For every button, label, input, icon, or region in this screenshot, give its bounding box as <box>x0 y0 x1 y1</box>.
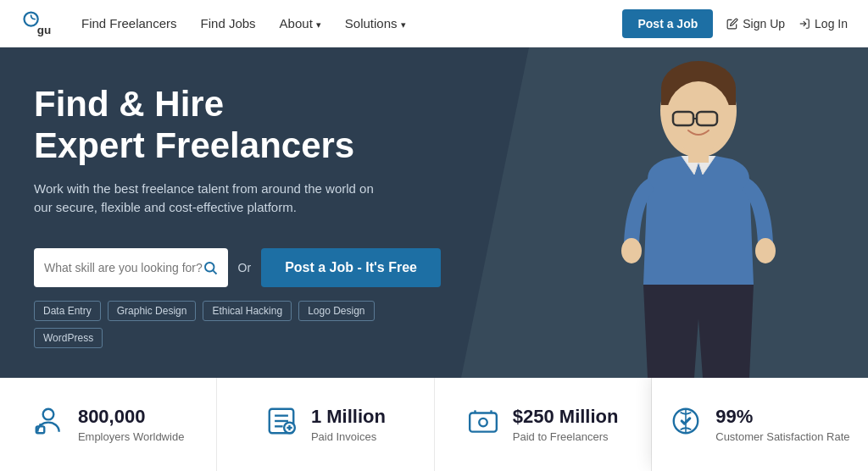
nav-links: Find Freelancers Find Jobs About Solutio… <box>81 16 622 30</box>
hero-title: Find & Hire Expert Freelancers <box>34 84 441 166</box>
money-icon <box>467 405 499 445</box>
freelancers-number: $250 Million <box>513 406 619 428</box>
svg-text:guru: guru <box>37 23 51 36</box>
employers-text: 800,000 Employers Worldwide <box>78 406 184 442</box>
post-job-hero-button[interactable]: Post a Job - It's Free <box>261 248 441 287</box>
satisfaction-icon <box>670 405 702 445</box>
hero-image-area <box>461 47 868 378</box>
freelancers-label: Paid to Freelancers <box>513 430 619 443</box>
search-button[interactable] <box>203 260 218 275</box>
satisfaction-label: Customer Satisfaction Rate <box>715 430 849 443</box>
invoices-number: 1 Million <box>311 406 386 428</box>
search-tag[interactable]: WordPress <box>34 328 103 348</box>
hero-section: Find & Hire Expert Freelancers Work with… <box>0 47 868 378</box>
satisfaction-number: 99% <box>715 406 849 428</box>
nav-about[interactable]: About <box>280 16 321 30</box>
sign-up-button[interactable]: Sign Up <box>726 17 785 30</box>
search-row: Or Post a Job - It's Free <box>34 248 441 287</box>
svg-point-14 <box>205 263 214 272</box>
stat-freelancers: $250 Million Paid to Freelancers <box>435 378 652 471</box>
navbar-actions: Post a Job Sign Up Log In <box>622 9 848 38</box>
search-tag[interactable]: Ethical Hacking <box>203 301 292 321</box>
solutions-chevron-icon <box>401 16 406 30</box>
svg-point-13 <box>755 238 776 263</box>
log-in-icon <box>798 18 810 30</box>
search-box <box>34 248 228 287</box>
nav-find-jobs[interactable]: Find Jobs <box>201 16 256 30</box>
search-tag[interactable]: Graphic Design <box>108 301 197 321</box>
svg-rect-11 <box>688 147 709 163</box>
search-tag[interactable]: Data Entry <box>34 301 101 321</box>
svg-point-16 <box>43 408 54 419</box>
stat-invoices: 1 Million Paid Invoices <box>217 378 434 471</box>
stat-employers: 800,000 Employers Worldwide <box>0 378 217 471</box>
invoices-label: Paid Invoices <box>311 430 386 443</box>
tags-row: Data EntryGraphic DesignEthical HackingL… <box>34 301 441 348</box>
navbar: guru Find Freelancers Find Jobs About So… <box>0 0 868 47</box>
stat-satisfaction: 99% Customer Satisfaction Rate <box>652 378 868 471</box>
stats-bar: 800,000 Employers Worldwide 1 Million Pa… <box>0 378 868 471</box>
satisfaction-text: 99% Customer Satisfaction Rate <box>715 406 849 442</box>
logo[interactable]: guru <box>20 8 54 39</box>
post-job-nav-button[interactable]: Post a Job <box>622 9 713 38</box>
employers-number: 800,000 <box>78 406 184 428</box>
nav-solutions[interactable]: Solutions <box>345 16 406 30</box>
svg-point-7 <box>666 81 731 152</box>
freelancers-text: $250 Million Paid to Freelancers <box>513 406 619 442</box>
svg-point-12 <box>621 238 642 263</box>
nav-find-freelancers[interactable]: Find Freelancers <box>81 16 177 30</box>
search-tag[interactable]: Logo Design <box>298 301 374 321</box>
invoices-text: 1 Million Paid Invoices <box>311 406 386 442</box>
about-chevron-icon <box>316 16 321 30</box>
sign-up-icon <box>726 18 738 30</box>
employers-icon <box>32 405 64 445</box>
svg-point-0 <box>25 12 38 25</box>
hero-content: Find & Hire Expert Freelancers Work with… <box>0 47 475 378</box>
hero-subtitle: Work with the best freelance talent from… <box>34 180 390 218</box>
search-input[interactable] <box>44 261 203 274</box>
employers-label: Employers Worldwide <box>78 430 184 443</box>
svg-rect-26 <box>470 413 497 431</box>
search-icon <box>203 260 218 275</box>
svg-line-15 <box>213 270 216 274</box>
invoices-icon <box>265 405 298 445</box>
log-in-button[interactable]: Log In <box>798 17 848 30</box>
or-text: Or <box>238 261 252 274</box>
svg-point-27 <box>479 418 487 426</box>
